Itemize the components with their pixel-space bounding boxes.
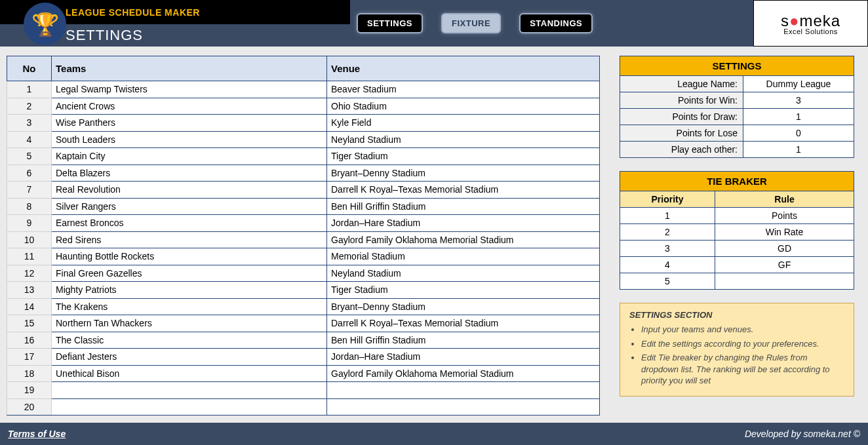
venue-cell[interactable]: Jordan–Hare Stadium xyxy=(327,349,600,366)
row-no: 17 xyxy=(7,349,52,366)
settings-label: Play each other: xyxy=(620,142,743,157)
venue-cell[interactable] xyxy=(327,398,600,416)
venue-cell[interactable] xyxy=(327,382,600,399)
settings-row: Points for Win:3 xyxy=(620,92,854,109)
team-cell[interactable]: Legal Swamp Twisters xyxy=(52,81,327,98)
team-cell[interactable] xyxy=(52,398,327,416)
settings-value[interactable]: 1 xyxy=(743,142,854,157)
tb-row: 2Win Rate xyxy=(620,224,854,241)
team-cell[interactable]: The Krakens xyxy=(52,298,327,315)
settings-value[interactable]: Dummy League xyxy=(743,76,854,92)
col-no: No xyxy=(7,56,52,81)
team-cell[interactable]: Silver Rangers xyxy=(52,198,327,215)
row-no: 3 xyxy=(7,115,52,132)
tb-rule[interactable] xyxy=(715,273,854,289)
row-no: 20 xyxy=(7,398,52,416)
team-cell[interactable]: Final Green Gazelles xyxy=(52,265,327,282)
team-cell[interactable]: South Leaders xyxy=(52,131,327,148)
logo-dot-icon: ● xyxy=(789,12,800,29)
tb-priority: 2 xyxy=(620,224,715,240)
tb-rule[interactable]: GD xyxy=(715,241,854,256)
team-cell[interactable]: Delta Blazers xyxy=(52,164,327,182)
logo-text-a: s xyxy=(781,12,789,29)
venue-cell[interactable]: Ohio Stadium xyxy=(327,98,600,115)
table-row: 17Defiant JestersJordan–Hare Stadium xyxy=(7,349,600,366)
team-cell[interactable] xyxy=(52,382,327,399)
venue-cell[interactable]: Neyland Stadium xyxy=(327,265,600,282)
table-row: 5Kaptain CityTiger Stadium xyxy=(7,148,600,165)
team-cell[interactable]: Wise Panthers xyxy=(52,115,327,132)
table-row: 2Ancient CrowsOhio Stadium xyxy=(7,98,600,115)
team-cell[interactable]: Northern Tan Whackers xyxy=(52,315,327,332)
team-cell[interactable]: Red Sirens xyxy=(52,231,327,248)
team-cell[interactable]: Ancient Crows xyxy=(52,98,327,115)
logo-text-b: meka xyxy=(799,12,840,29)
venue-cell[interactable]: Gaylord Family Oklahoma Memorial Stadium xyxy=(327,365,600,382)
row-no: 16 xyxy=(7,332,52,349)
tb-col-rule: Rule xyxy=(715,191,854,207)
standings-button[interactable]: STANDINGS xyxy=(519,13,593,33)
tb-priority: 3 xyxy=(620,241,715,256)
team-cell[interactable]: Unethical Bison xyxy=(52,365,327,382)
team-cell[interactable]: Mighty Patriots xyxy=(52,282,327,299)
brand-logo: s●meka Excel Solutions xyxy=(753,0,868,47)
tb-row: 5 xyxy=(620,273,854,289)
venue-cell[interactable]: Tiger Stadium xyxy=(327,148,600,165)
venue-cell[interactable]: Ben Hill Griffin Stadium xyxy=(327,198,600,215)
venue-cell[interactable]: Bryant–Denny Stadium xyxy=(327,164,600,182)
row-no: 7 xyxy=(7,182,52,199)
team-cell[interactable]: Real Revolution xyxy=(52,182,327,199)
row-no: 14 xyxy=(7,298,52,315)
venue-cell[interactable]: Tiger Stadium xyxy=(327,282,600,299)
venue-cell[interactable]: Darrell K Royal–Texas Memorial Stadium xyxy=(327,182,600,199)
settings-label: Points for Win: xyxy=(620,92,743,108)
row-no: 19 xyxy=(7,382,52,399)
settings-label: Points for Lose xyxy=(620,125,743,141)
tb-rule[interactable]: Win Rate xyxy=(715,224,854,240)
team-cell[interactable]: Kaptain City xyxy=(52,148,327,165)
row-no: 2 xyxy=(7,98,52,115)
venue-cell[interactable]: Beaver Stadium xyxy=(327,81,600,98)
settings-button[interactable]: SETTINGS xyxy=(357,13,423,33)
table-row: 11Haunting Bottle RocketsMemorial Stadiu… xyxy=(7,248,600,265)
team-cell[interactable]: The Classic xyxy=(52,332,327,349)
team-cell[interactable]: Earnest Broncos xyxy=(52,215,327,232)
venue-cell[interactable]: Jordan–Hare Stadium xyxy=(327,215,600,232)
tb-rule[interactable]: GF xyxy=(715,257,854,273)
tb-rule[interactable]: Points xyxy=(715,208,854,223)
table-row: 12Final Green GazellesNeyland Stadium xyxy=(7,265,600,282)
row-no: 15 xyxy=(7,315,52,332)
team-cell[interactable]: Defiant Jesters xyxy=(52,349,327,366)
venue-cell[interactable]: Kyle Field xyxy=(327,115,600,132)
venue-cell[interactable]: Ben Hill Griffin Stadium xyxy=(327,332,600,349)
table-row: 13Mighty PatriotsTiger Stadium xyxy=(7,282,600,299)
settings-value[interactable]: 3 xyxy=(743,92,854,108)
venue-cell[interactable]: Memorial Stadium xyxy=(327,248,600,265)
help-item: Edit the settings according to your pref… xyxy=(641,338,844,350)
settings-value[interactable]: 1 xyxy=(743,109,854,125)
row-no: 4 xyxy=(7,131,52,148)
help-box: SETTINGS SECTION Input your teams and ve… xyxy=(620,303,854,397)
row-no: 5 xyxy=(7,148,52,165)
help-title: SETTINGS SECTION xyxy=(629,310,844,320)
table-row: 6Delta BlazersBryant–Denny Stadium xyxy=(7,164,600,182)
terms-link[interactable]: Terms of Use xyxy=(8,429,66,439)
app-title: LEAGUE SCHEDULE MAKER xyxy=(66,7,200,18)
table-row: 16The ClassicBen Hill Griffin Stadium xyxy=(7,332,600,349)
venue-cell[interactable]: Gaylord Family Oklahoma Memorial Stadium xyxy=(327,231,600,248)
row-no: 10 xyxy=(7,231,52,248)
venue-cell[interactable]: Bryant–Denny Stadium xyxy=(327,298,600,315)
settings-panel: SETTINGS League Name:Dummy LeaguePoints … xyxy=(620,56,854,158)
venue-cell[interactable]: Neyland Stadium xyxy=(327,131,600,148)
settings-value[interactable]: 0 xyxy=(743,125,854,141)
tb-priority: 4 xyxy=(620,257,715,273)
fixture-button[interactable]: FIXTURE xyxy=(441,13,501,33)
venue-cell[interactable]: Darrell K Royal–Texas Memorial Stadium xyxy=(327,315,600,332)
col-teams: Teams xyxy=(52,56,327,81)
table-row: 20 xyxy=(7,398,600,416)
help-item: Input your teams and venues. xyxy=(641,324,844,336)
team-cell[interactable]: Haunting Bottle Rockets xyxy=(52,248,327,265)
tb-row: 4GF xyxy=(620,257,854,273)
table-row: 4South LeadersNeyland Stadium xyxy=(7,131,600,148)
nav-bar: SETTINGS FIXTURE STANDINGS xyxy=(350,0,753,47)
